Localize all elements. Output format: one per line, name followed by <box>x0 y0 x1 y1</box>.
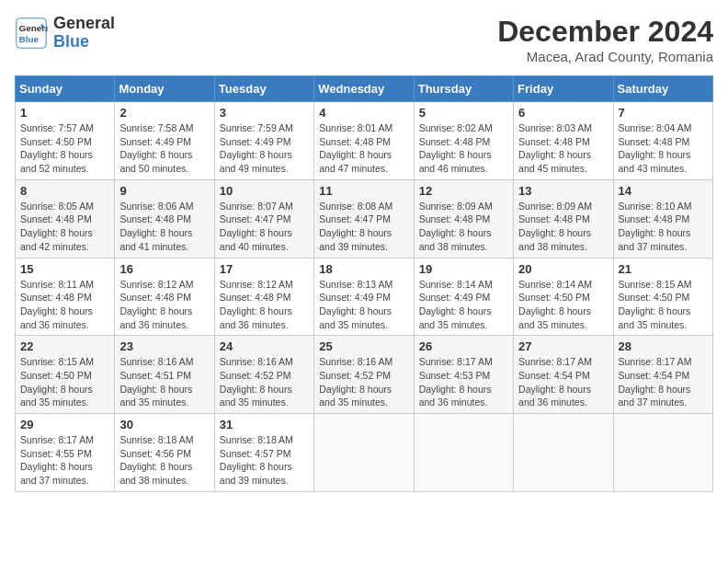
calendar-day-cell: 8Sunrise: 8:05 AM Sunset: 4:48 PM Daylig… <box>16 179 115 258</box>
day-info: Sunrise: 8:05 AM Sunset: 4:48 PM Dayligh… <box>20 200 109 254</box>
calendar-day-cell: 5Sunrise: 8:02 AM Sunset: 4:48 PM Daylig… <box>414 102 513 180</box>
calendar-day-cell: 30Sunrise: 8:18 AM Sunset: 4:56 PM Dayli… <box>115 414 214 492</box>
calendar-day-cell: 17Sunrise: 8:12 AM Sunset: 4:48 PM Dayli… <box>214 258 313 336</box>
day-info: Sunrise: 8:04 AM Sunset: 4:48 PM Dayligh… <box>619 121 708 176</box>
day-number: 16 <box>119 262 209 276</box>
day-info: Sunrise: 8:08 AM Sunset: 4:47 PM Dayligh… <box>319 200 408 254</box>
day-number: 30 <box>119 418 209 431</box>
calendar-day-cell: 27Sunrise: 8:17 AM Sunset: 4:54 PM Dayli… <box>514 336 613 414</box>
calendar-day-cell <box>514 414 613 492</box>
day-info: Sunrise: 8:12 AM Sunset: 4:48 PM Dayligh… <box>119 278 209 332</box>
logo-blue: Blue <box>53 33 115 52</box>
calendar-week-row: 8Sunrise: 8:05 AM Sunset: 4:48 PM Daylig… <box>16 179 713 258</box>
day-info: Sunrise: 8:17 AM Sunset: 4:54 PM Dayligh… <box>619 355 708 409</box>
calendar-day-cell: 12Sunrise: 8:09 AM Sunset: 4:48 PM Dayli… <box>414 179 513 258</box>
calendar-table: SundayMondayTuesdayWednesdayThursdayFrid… <box>15 75 713 492</box>
day-number: 28 <box>619 339 708 353</box>
calendar-day-cell: 21Sunrise: 8:15 AM Sunset: 4:50 PM Dayli… <box>613 258 712 336</box>
weekday-header: Saturday <box>613 76 712 102</box>
weekday-header: Friday <box>514 76 613 102</box>
day-info: Sunrise: 8:01 AM Sunset: 4:48 PM Dayligh… <box>319 121 408 176</box>
day-number: 19 <box>419 262 508 276</box>
day-info: Sunrise: 8:16 AM Sunset: 4:52 PM Dayligh… <box>220 355 309 409</box>
day-info: Sunrise: 8:17 AM Sunset: 4:53 PM Dayligh… <box>419 355 508 409</box>
day-info: Sunrise: 8:10 AM Sunset: 4:48 PM Dayligh… <box>619 200 708 254</box>
day-info: Sunrise: 8:13 AM Sunset: 4:49 PM Dayligh… <box>319 278 408 332</box>
calendar-day-cell: 7Sunrise: 8:04 AM Sunset: 4:48 PM Daylig… <box>613 102 712 180</box>
day-number: 17 <box>220 262 309 276</box>
day-number: 31 <box>220 418 309 431</box>
page-header: General Blue General Blue December 2024 … <box>15 15 713 64</box>
day-number: 24 <box>220 339 309 353</box>
day-number: 2 <box>119 106 209 120</box>
day-number: 10 <box>220 184 309 198</box>
day-info: Sunrise: 8:14 AM Sunset: 4:49 PM Dayligh… <box>419 278 508 332</box>
location: Macea, Arad County, Romania <box>497 49 713 64</box>
calendar-day-cell: 13Sunrise: 8:09 AM Sunset: 4:48 PM Dayli… <box>514 179 613 258</box>
day-info: Sunrise: 8:18 AM Sunset: 4:57 PM Dayligh… <box>220 433 309 488</box>
calendar-day-cell <box>414 414 513 492</box>
day-number: 9 <box>119 184 209 198</box>
day-number: 20 <box>518 262 608 276</box>
title-block: December 2024 Macea, Arad County, Romani… <box>497 15 713 64</box>
calendar-day-cell <box>613 414 712 492</box>
weekday-header: Tuesday <box>214 76 313 102</box>
day-info: Sunrise: 8:03 AM Sunset: 4:48 PM Dayligh… <box>518 121 608 176</box>
day-number: 13 <box>518 184 608 198</box>
calendar-day-cell: 18Sunrise: 8:13 AM Sunset: 4:49 PM Dayli… <box>314 258 414 336</box>
calendar-week-row: 29Sunrise: 8:17 AM Sunset: 4:55 PM Dayli… <box>16 414 713 492</box>
day-number: 26 <box>419 339 508 353</box>
logo-icon: General Blue <box>15 17 48 50</box>
day-number: 29 <box>20 418 109 431</box>
calendar-day-cell: 25Sunrise: 8:16 AM Sunset: 4:52 PM Dayli… <box>314 336 414 414</box>
calendar-day-cell: 1Sunrise: 7:57 AM Sunset: 4:50 PM Daylig… <box>16 102 115 180</box>
day-info: Sunrise: 8:16 AM Sunset: 4:51 PM Dayligh… <box>119 355 209 409</box>
day-number: 7 <box>619 106 708 120</box>
calendar-day-cell: 9Sunrise: 8:06 AM Sunset: 4:48 PM Daylig… <box>115 179 214 258</box>
day-number: 11 <box>319 184 408 198</box>
day-info: Sunrise: 8:15 AM Sunset: 4:50 PM Dayligh… <box>20 355 109 409</box>
weekday-header: Monday <box>115 76 214 102</box>
day-info: Sunrise: 8:09 AM Sunset: 4:48 PM Dayligh… <box>518 200 608 254</box>
logo-general: General <box>53 15 115 33</box>
day-info: Sunrise: 7:59 AM Sunset: 4:49 PM Dayligh… <box>220 121 309 176</box>
calendar-day-cell: 2Sunrise: 7:58 AM Sunset: 4:49 PM Daylig… <box>115 102 214 180</box>
day-number: 27 <box>518 339 608 353</box>
day-number: 5 <box>419 106 508 120</box>
calendar-week-row: 15Sunrise: 8:11 AM Sunset: 4:48 PM Dayli… <box>16 258 713 336</box>
day-number: 1 <box>20 106 109 120</box>
day-number: 4 <box>319 106 408 120</box>
calendar-day-cell: 29Sunrise: 8:17 AM Sunset: 4:55 PM Dayli… <box>16 414 115 492</box>
day-info: Sunrise: 8:09 AM Sunset: 4:48 PM Dayligh… <box>419 200 508 254</box>
day-info: Sunrise: 7:58 AM Sunset: 4:49 PM Dayligh… <box>119 121 209 176</box>
calendar-day-cell: 15Sunrise: 8:11 AM Sunset: 4:48 PM Dayli… <box>16 258 115 336</box>
calendar-day-cell: 3Sunrise: 7:59 AM Sunset: 4:49 PM Daylig… <box>214 102 313 180</box>
day-info: Sunrise: 8:02 AM Sunset: 4:48 PM Dayligh… <box>419 121 508 176</box>
day-info: Sunrise: 8:11 AM Sunset: 4:48 PM Dayligh… <box>20 278 109 332</box>
day-number: 3 <box>220 106 309 120</box>
day-info: Sunrise: 7:57 AM Sunset: 4:50 PM Dayligh… <box>20 121 109 176</box>
day-info: Sunrise: 8:15 AM Sunset: 4:50 PM Dayligh… <box>619 278 708 332</box>
day-number: 21 <box>619 262 708 276</box>
calendar-day-cell: 31Sunrise: 8:18 AM Sunset: 4:57 PM Dayli… <box>214 414 313 492</box>
calendar-day-cell: 22Sunrise: 8:15 AM Sunset: 4:50 PM Dayli… <box>16 336 115 414</box>
day-info: Sunrise: 8:14 AM Sunset: 4:50 PM Dayligh… <box>518 278 608 332</box>
calendar-day-cell: 10Sunrise: 8:07 AM Sunset: 4:47 PM Dayli… <box>214 179 313 258</box>
calendar-day-cell: 24Sunrise: 8:16 AM Sunset: 4:52 PM Dayli… <box>214 336 313 414</box>
weekday-header: Sunday <box>16 76 115 102</box>
day-number: 8 <box>20 184 109 198</box>
logo-text: General Blue <box>53 15 115 52</box>
calendar-day-cell: 4Sunrise: 8:01 AM Sunset: 4:48 PM Daylig… <box>314 102 414 180</box>
weekday-header: Thursday <box>414 76 513 102</box>
day-number: 25 <box>319 339 408 353</box>
calendar-week-row: 22Sunrise: 8:15 AM Sunset: 4:50 PM Dayli… <box>16 336 713 414</box>
calendar-day-cell: 14Sunrise: 8:10 AM Sunset: 4:48 PM Dayli… <box>613 179 712 258</box>
calendar-day-cell: 26Sunrise: 8:17 AM Sunset: 4:53 PM Dayli… <box>414 336 513 414</box>
calendar-week-row: 1Sunrise: 7:57 AM Sunset: 4:50 PM Daylig… <box>16 102 713 180</box>
day-number: 22 <box>20 339 109 353</box>
weekday-header-row: SundayMondayTuesdayWednesdayThursdayFrid… <box>16 76 713 102</box>
calendar-day-cell: 20Sunrise: 8:14 AM Sunset: 4:50 PM Dayli… <box>514 258 613 336</box>
calendar-day-cell: 23Sunrise: 8:16 AM Sunset: 4:51 PM Dayli… <box>115 336 214 414</box>
calendar-day-cell: 19Sunrise: 8:14 AM Sunset: 4:49 PM Dayli… <box>414 258 513 336</box>
calendar-day-cell: 28Sunrise: 8:17 AM Sunset: 4:54 PM Dayli… <box>613 336 712 414</box>
